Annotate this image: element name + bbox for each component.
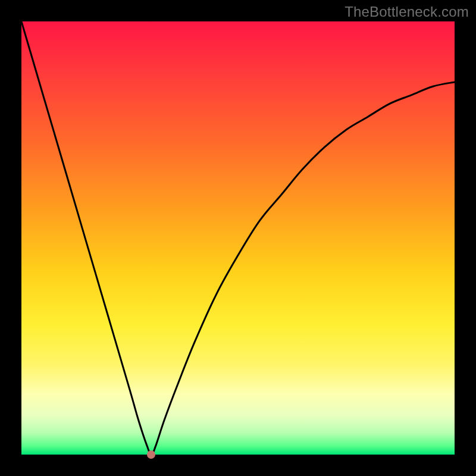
bottleneck-curve	[21, 21, 455, 455]
watermark-text: TheBottleneck.com	[345, 4, 469, 20]
chart-frame: TheBottleneck.com	[0, 0, 476, 476]
optimal-point-marker	[147, 450, 155, 459]
plot-area	[21, 21, 455, 455]
curve-svg	[21, 21, 455, 455]
